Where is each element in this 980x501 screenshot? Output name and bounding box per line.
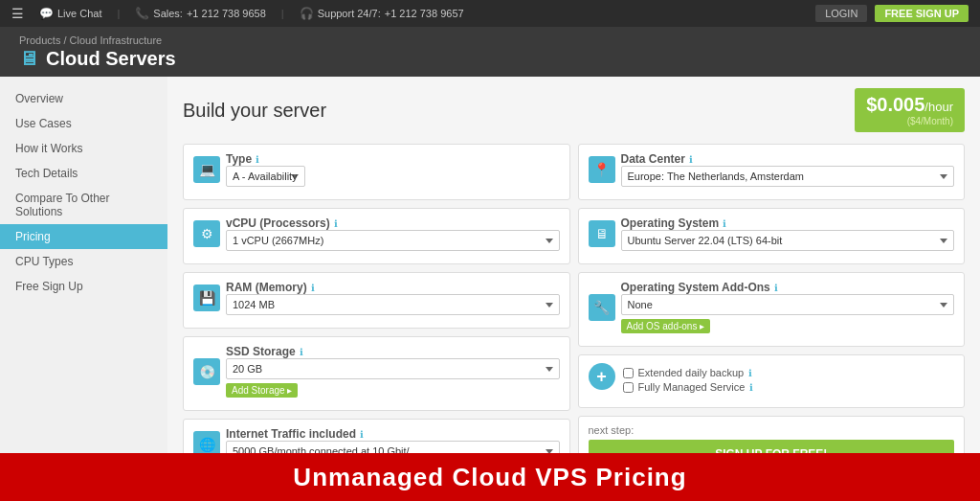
add-storage-link[interactable]: Add Storage ▸ (226, 383, 298, 398)
breadcrumb-cloud[interactable]: Cloud Infrastructure (70, 34, 163, 46)
os-addons-info-icon[interactable]: ℹ (774, 283, 778, 293)
breadcrumb-products[interactable]: Products (19, 34, 60, 46)
next-step-group: next step: SIGN UP FOR FREE! (578, 416, 966, 453)
ram-select[interactable]: 1024 MB (226, 294, 560, 315)
sales-item: 📞 Sales: +1 212 738 9658 (135, 7, 265, 20)
sidebar-item-free-signup[interactable]: Free Sign Up (0, 274, 167, 299)
add-os-addons-link[interactable]: Add OS add-ons ▸ (621, 319, 711, 333)
managed-addon: Fully Managed Service ℹ (623, 381, 955, 393)
ram-info-icon[interactable]: ℹ (311, 283, 315, 293)
os-option: 🖥 Operating System ℹ Ubuntu Server 22.04… (578, 208, 966, 264)
datacenter-select[interactable]: Europe: The Netherlands, Amsterdam (621, 166, 955, 187)
price-main: $0.005/hour (866, 100, 953, 114)
datacenter-option: 📍 Data Center ℹ Europe: The Netherlands,… (578, 144, 966, 200)
traffic-icon: 🌐 (193, 431, 220, 453)
page-title: 🖥 Cloud Servers (19, 48, 176, 70)
live-chat-item[interactable]: 💬 Live Chat (39, 7, 101, 20)
price-value: $0.005 (866, 94, 924, 115)
right-column: 📍 Data Center ℹ Europe: The Netherlands,… (578, 144, 966, 453)
addons-next-group: + Extended daily backup ℹ Ful (578, 354, 966, 408)
bottom-banner: Unmanaged Cloud VPS Pricing (0, 453, 980, 501)
hamburger-icon[interactable]: ☰ (11, 6, 24, 21)
price-month: ($4/Month) (866, 116, 953, 126)
headset-icon: 🎧 (300, 7, 314, 20)
traffic-option: 🌐 Internet Traffic included ℹ 5000 GB/mo… (183, 419, 570, 453)
topbar: ☰ 💬 Live Chat | 📞 Sales: +1 212 738 9658… (0, 0, 980, 27)
sales-label: Sales: (153, 8, 183, 19)
ssd-select[interactable]: 20 GB (226, 358, 560, 379)
ram-label: RAM (Memory) (226, 281, 307, 294)
sidebar-item-pricing[interactable]: Pricing (0, 224, 167, 249)
backup-label: Extended daily backup (638, 367, 745, 378)
sidebar: Overview Use Cases How it Works Tech Det… (0, 77, 167, 453)
vcpu-select[interactable]: 1 vCPU (2667MHz) (226, 230, 560, 251)
live-chat-label: Live Chat (57, 8, 101, 19)
ram-icon: 💾 (193, 285, 220, 311)
managed-label: Fully Managed Service (638, 381, 746, 393)
page-title-text: Cloud Servers (46, 48, 176, 70)
left-column: 💻 Type ℹ A - Availability (183, 144, 570, 453)
managed-checkbox[interactable] (623, 382, 634, 393)
banner-text: Unmanaged Cloud VPS Pricing (293, 463, 686, 492)
os-addons-select[interactable]: None (621, 294, 955, 315)
datacenter-icon: 📍 (589, 156, 615, 183)
os-addons-label: Operating System Add-Ons (621, 281, 770, 294)
vcpu-option: ⚙ vCPU (Processors) ℹ 1 vCPU (2667MHz) (183, 208, 570, 264)
price-badge: $0.005/hour ($4/Month) (855, 88, 965, 132)
content-title: Build your server (183, 100, 326, 122)
os-addons-icon: 🔧 (589, 294, 615, 321)
price-unit: /hour (924, 100, 953, 114)
ssd-info-icon[interactable]: ℹ (300, 347, 303, 357)
os-addons-option: 🔧 Operating System Add-Ons ℹ None Add OS… (578, 272, 966, 347)
ram-option: 💾 RAM (Memory) ℹ 1024 MB (183, 272, 570, 329)
sidebar-item-compare[interactable]: Compare To Other Solutions (0, 186, 167, 224)
support-item: 🎧 Support 24/7: +1 212 738 9657 (300, 7, 464, 20)
vcpu-info-icon[interactable]: ℹ (334, 218, 338, 229)
os-label: Operating System (621, 216, 720, 230)
type-label: Type (226, 152, 252, 166)
signup-free-button[interactable]: SIGN UP FOR FREE! (589, 440, 955, 453)
chat-icon: 💬 (39, 7, 54, 20)
support-label: Support 24/7: (318, 8, 381, 19)
next-step-label: next step: (589, 424, 635, 436)
type-icon: 💻 (193, 156, 220, 183)
options-grid: 💻 Type ℹ A - Availability (183, 144, 965, 453)
backup-addon: Extended daily backup ℹ (623, 367, 955, 378)
backup-info-icon[interactable]: ℹ (748, 368, 752, 378)
managed-info-icon[interactable]: ℹ (749, 382, 753, 393)
sidebar-item-overview[interactable]: Overview (0, 86, 167, 111)
traffic-select[interactable]: 5000 GB/month connected at 10 Gbit/... (226, 441, 560, 453)
content-header: Build your server $0.005/hour ($4/Month) (183, 88, 965, 132)
header: Products / Cloud Infrastructure 🖥 Cloud … (0, 27, 980, 77)
os-info-icon[interactable]: ℹ (723, 218, 726, 229)
content-area: Build your server $0.005/hour ($4/Month)… (167, 77, 980, 453)
type-info-icon[interactable]: ℹ (256, 154, 259, 165)
plus-circle-icon: + (589, 363, 615, 390)
ssd-label: SSD Storage (226, 345, 296, 358)
type-select[interactable]: A - Availability (226, 166, 305, 187)
support-number[interactable]: +1 212 738 9657 (385, 8, 464, 19)
type-option: 💻 Type ℹ A - Availability (183, 144, 570, 200)
sidebar-item-cpu-types[interactable]: CPU Types (0, 249, 167, 274)
free-signup-button[interactable]: FREE SIGN UP (875, 5, 969, 22)
main-layout: Overview Use Cases How it Works Tech Det… (0, 77, 980, 453)
ssd-option: 💿 SSD Storage ℹ 20 GB Add Storage ▸ (183, 336, 570, 411)
traffic-info-icon[interactable]: ℹ (360, 429, 364, 440)
os-icon: 🖥 (589, 220, 615, 247)
sidebar-item-tech-details[interactable]: Tech Details (0, 161, 167, 186)
next-step-section: next step: SIGN UP FOR FREE! (589, 424, 955, 453)
login-button[interactable]: LOGIN (815, 5, 867, 22)
addons-section: Extended daily backup ℹ Fully Managed Se… (623, 363, 955, 399)
ssd-icon: 💿 (193, 358, 220, 385)
sales-number[interactable]: +1 212 738 9658 (187, 8, 266, 19)
sidebar-item-use-cases[interactable]: Use Cases (0, 111, 167, 136)
breadcrumb: Products / Cloud Infrastructure (19, 34, 176, 46)
servers-icon: 🖥 (19, 48, 38, 70)
backup-checkbox[interactable] (623, 368, 634, 378)
os-select[interactable]: Ubuntu Server 22.04 (LTS) 64-bit (621, 230, 955, 251)
traffic-label: Internet Traffic included (226, 427, 356, 441)
datacenter-label: Data Center (621, 152, 685, 166)
datacenter-info-icon[interactable]: ℹ (689, 154, 693, 165)
sidebar-item-how-it-works[interactable]: How it Works (0, 136, 167, 161)
phone-icon: 📞 (135, 7, 149, 20)
